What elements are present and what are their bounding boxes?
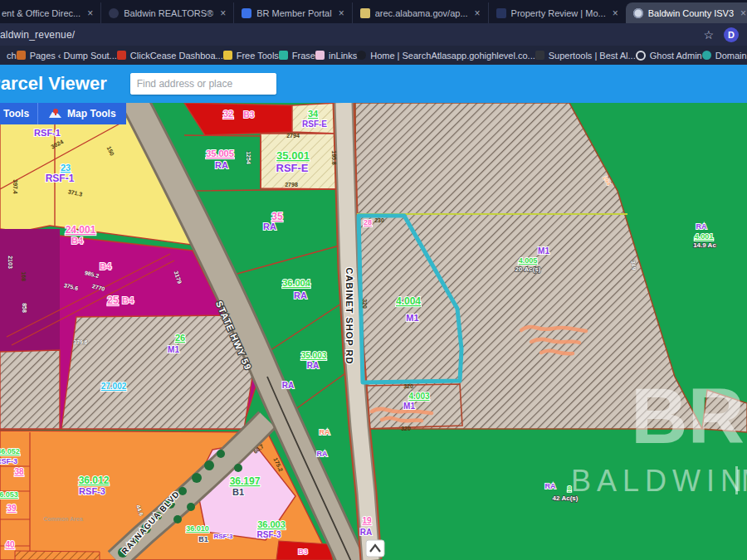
map-label: 4.004 bbox=[396, 295, 421, 307]
map-label: RA bbox=[282, 381, 294, 390]
bookmark-item[interactable]: inLinks bbox=[315, 51, 357, 61]
tab-close-button[interactable]: × bbox=[473, 7, 481, 19]
map-label: RA bbox=[545, 482, 556, 490]
bookmark-item[interactable]: Frase bbox=[279, 51, 315, 61]
page-title: Parcel Viewer bbox=[0, 73, 107, 95]
tab-strip: ent & Office Direc...×Baldwin REALTORS®×… bbox=[0, 0, 747, 23]
map-tools-label: Map Tools bbox=[67, 108, 115, 119]
bookmark-label: ch bbox=[7, 51, 17, 61]
watermark-logo: BR bbox=[631, 372, 745, 460]
map-label: 36.012 bbox=[79, 475, 110, 486]
dark-favicon bbox=[109, 8, 119, 18]
map-label: 23 bbox=[61, 163, 71, 173]
bookmark-favicon bbox=[117, 51, 126, 60]
map-label: RSF-3 bbox=[213, 533, 233, 540]
map-label: 38 bbox=[14, 467, 24, 476]
bookmark-label: Frase bbox=[292, 51, 315, 61]
browser-tab[interactable]: ent & Office Direc...× bbox=[0, 2, 100, 23]
map-label: 4.003 bbox=[408, 392, 429, 401]
map-label: M1 bbox=[406, 313, 418, 323]
map-label: 36.010 bbox=[186, 524, 209, 533]
bookmark-item[interactable]: Home | SearchAtlas bbox=[357, 51, 452, 61]
map-label: 24.001 bbox=[66, 224, 96, 236]
map-label: Common Area bbox=[43, 516, 83, 522]
map-label: 4.001 bbox=[695, 232, 714, 241]
map-label: 27.002 bbox=[101, 382, 127, 391]
map-label: M1 bbox=[538, 246, 549, 256]
map-label: 36.004 bbox=[282, 278, 311, 288]
map-label: 4.005 bbox=[519, 256, 538, 265]
map-label: 35.005 bbox=[206, 149, 234, 158]
map-label: 195.8 bbox=[331, 150, 337, 165]
map-label: 2794 bbox=[286, 133, 300, 139]
app-header: Parcel Viewer bbox=[0, 65, 747, 103]
map-label: M1 bbox=[168, 345, 179, 354]
tab-close-button[interactable]: × bbox=[85, 7, 93, 19]
parcel-27-hatched[interactable] bbox=[0, 350, 60, 429]
tab-close-button[interactable]: × bbox=[218, 7, 226, 19]
map-label: RSF-1 bbox=[46, 173, 75, 184]
tab-close-button[interactable]: × bbox=[739, 7, 746, 19]
map-label: 320 bbox=[401, 426, 411, 431]
map-label: 2103 bbox=[7, 256, 13, 269]
bookmark-favicon bbox=[535, 51, 544, 60]
bookmark-item[interactable]: ClickCease Dashboa... bbox=[117, 51, 223, 61]
parcel-26-m1-hatched[interactable] bbox=[61, 315, 252, 429]
parcel-orange-hatch-strip[interactable] bbox=[15, 551, 100, 560]
browser-tab[interactable]: Baldwin County ISV3× bbox=[626, 2, 747, 23]
map-label: CABINET SHOP RD bbox=[344, 268, 354, 365]
map-label: 39 bbox=[7, 504, 17, 513]
map-label: 858 bbox=[22, 303, 27, 313]
yellow-favicon bbox=[360, 8, 370, 18]
map-canvas[interactable]: RSF-123RSF-13024150397.4168371.324.001B4… bbox=[0, 103, 747, 560]
map-label: 19 bbox=[362, 516, 372, 525]
bookmark-item[interactable]: Pages ‹ Dump Sout... bbox=[17, 51, 117, 61]
map-label: 397.4 bbox=[12, 179, 18, 194]
bookmark-item[interactable]: Ghost Admin bbox=[636, 51, 702, 61]
bookmark-star-icon[interactable]: ☆ bbox=[703, 28, 714, 41]
watermark-word: BALDWIN bbox=[571, 464, 747, 498]
bookmark-label: inLinks bbox=[329, 51, 357, 61]
browser-tab[interactable]: Baldwin REALTORS®× bbox=[100, 2, 233, 23]
bookmark-item[interactable]: Free Tools bbox=[223, 51, 279, 61]
bookmark-label: Free Tools bbox=[237, 51, 279, 61]
map-label: RSF-3 bbox=[0, 457, 17, 465]
search-input[interactable] bbox=[130, 73, 272, 95]
tab-label: Baldwin REALTORS® bbox=[124, 8, 213, 18]
map-label: 36.053 bbox=[0, 490, 18, 499]
map-label: RSF-3 bbox=[79, 486, 105, 496]
search-button[interactable] bbox=[272, 73, 276, 95]
expand-control[interactable] bbox=[366, 540, 384, 557]
map-label: 35 bbox=[271, 211, 283, 222]
bookmark-item[interactable]: Domain (modsandt... bbox=[702, 51, 747, 61]
tools-button[interactable]: Tools bbox=[0, 108, 37, 119]
tab-label: ent & Office Direc... bbox=[2, 8, 81, 18]
tab-label: BR Member Portal bbox=[256, 8, 331, 18]
bookmark-item[interactable]: Supertools | Best Al... bbox=[535, 51, 636, 61]
bookmark-item[interactable]: ch bbox=[7, 51, 17, 61]
globe-favicon bbox=[633, 8, 643, 18]
parcel-b4-dark[interactable] bbox=[0, 229, 60, 353]
browser-tab[interactable]: BR Member Portal× bbox=[233, 2, 352, 23]
bookmark-label: Domain (modsandt... bbox=[715, 51, 747, 61]
watermark-right: M bbox=[741, 464, 747, 498]
tab-close-button[interactable]: × bbox=[337, 7, 344, 19]
url-field[interactable]: aldwin_revenue/ bbox=[0, 29, 703, 41]
browser-tab[interactable]: Property Review | Mo...× bbox=[488, 2, 626, 23]
map-label: 1254 bbox=[246, 151, 251, 164]
bookmark-label: Pages ‹ Dump Sout... bbox=[30, 51, 117, 61]
parcel-map[interactable]: Tools Map Tools bbox=[0, 103, 747, 560]
map-label: 168 bbox=[21, 271, 27, 281]
bookmark-item[interactable]: app.gohighlevel.co... bbox=[452, 51, 535, 61]
map-label: RSF-3 bbox=[257, 530, 281, 539]
tab-close-button[interactable]: × bbox=[611, 7, 618, 19]
profile-avatar[interactable]: D bbox=[724, 27, 739, 42]
map-label: RA bbox=[307, 361, 319, 370]
bookmark-favicon bbox=[636, 51, 646, 61]
map-label: 40 bbox=[5, 540, 15, 549]
bookmark-favicon bbox=[17, 51, 26, 60]
map-tools-button[interactable]: Map Tools bbox=[38, 108, 125, 119]
map-label: RA bbox=[294, 290, 307, 300]
bookmark-favicon bbox=[702, 51, 711, 60]
browser-tab[interactable]: arec.alabama.gov/ap...× bbox=[352, 2, 488, 23]
